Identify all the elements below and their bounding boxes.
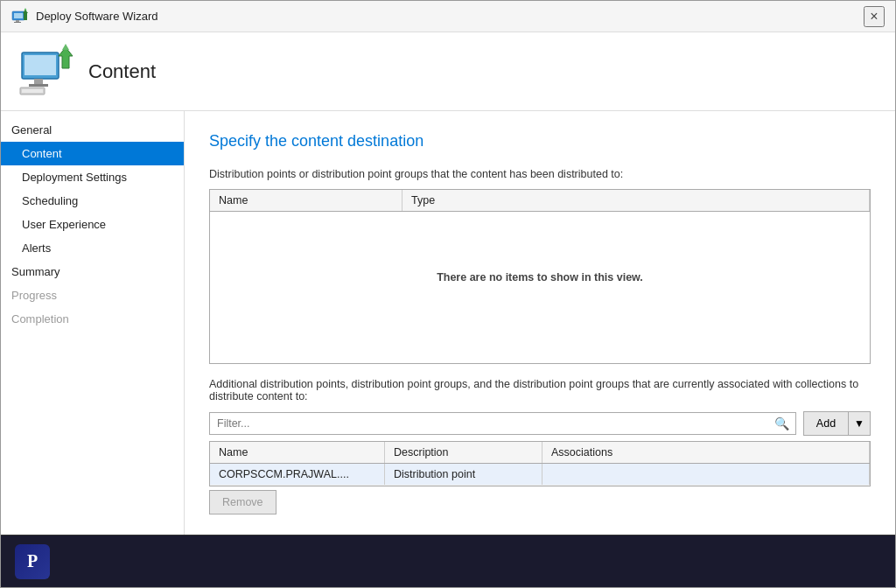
sidebar-item-progress: Progress bbox=[1, 284, 184, 307]
table2-row-associations bbox=[542, 464, 870, 485]
table2-col-associations: Associations bbox=[542, 442, 870, 463]
table2-header: Name Description Associations bbox=[210, 442, 870, 464]
sidebar-item-user-experience[interactable]: User Experience bbox=[1, 213, 184, 236]
sidebar-item-deployment-settings[interactable]: Deployment Settings bbox=[1, 165, 184, 189]
title-bar-left: Deploy Software Wizard bbox=[11, 8, 158, 25]
table2-col-description: Description bbox=[385, 442, 542, 463]
svg-rect-9 bbox=[29, 84, 48, 87]
title-bar: Deploy Software Wizard × bbox=[1, 1, 895, 32]
svg-rect-3 bbox=[14, 22, 21, 23]
section-title: Specify the content destination bbox=[209, 132, 871, 150]
svg-marker-13 bbox=[62, 44, 69, 50]
sidebar-item-scheduling[interactable]: Scheduling bbox=[1, 189, 184, 213]
svg-marker-12 bbox=[59, 47, 73, 68]
table2-row-name: CORPSCCM.PRAJWAL.... bbox=[210, 464, 385, 485]
header-title: Content bbox=[88, 60, 156, 83]
sidebar-item-general[interactable]: General bbox=[1, 118, 184, 142]
svg-rect-8 bbox=[34, 79, 43, 84]
add-dropdown-button[interactable]: ▼ bbox=[849, 411, 871, 436]
table-row[interactable]: CORPSCCM.PRAJWAL.... Distribution point bbox=[210, 464, 870, 486]
bottom-bar: P bbox=[1, 535, 895, 587]
table1-header: Name Type bbox=[210, 190, 870, 212]
main-content: Specify the content destination Distribu… bbox=[185, 111, 895, 535]
sidebar-item-completion: Completion bbox=[1, 307, 184, 331]
close-button[interactable]: × bbox=[864, 6, 885, 27]
additional-distribution-table: Name Description Associations CORPSCCM.P… bbox=[209, 441, 871, 486]
table1-col-name: Name bbox=[210, 190, 402, 211]
header-wizard-icon bbox=[18, 44, 74, 100]
distribution-points-table: Name Type There are no items to show in … bbox=[209, 189, 871, 364]
search-icon: 🔍 bbox=[774, 416, 789, 430]
sidebar: General Content Deployment Settings Sche… bbox=[1, 111, 185, 535]
header-area: Content bbox=[1, 32, 895, 111]
sidebar-item-alerts[interactable]: Alerts bbox=[1, 236, 184, 260]
wizard-title-icon bbox=[11, 8, 29, 25]
svg-rect-2 bbox=[16, 20, 19, 22]
description-text-2: Additional distribution points, distribu… bbox=[209, 378, 871, 402]
body: General Content Deployment Settings Sche… bbox=[1, 111, 895, 535]
svg-rect-1 bbox=[14, 13, 23, 18]
table1-empty-message: There are no items to show in this view. bbox=[210, 212, 870, 343]
svg-marker-5 bbox=[24, 8, 27, 10]
table1-col-type: Type bbox=[402, 190, 870, 211]
table2-row-description: Distribution point bbox=[385, 464, 542, 485]
svg-rect-11 bbox=[22, 89, 43, 93]
filter-input-wrap: 🔍 bbox=[209, 412, 796, 435]
window-title: Deploy Software Wizard bbox=[36, 10, 158, 23]
header-icon-wrap bbox=[18, 44, 74, 100]
table2-col-name: Name bbox=[210, 442, 385, 463]
remove-button[interactable]: Remove bbox=[209, 490, 276, 514]
prajwal-icon: P bbox=[15, 544, 50, 579]
main-window: Deploy Software Wizard × Content bbox=[0, 0, 896, 588]
add-button-group: Add ▼ bbox=[803, 411, 871, 436]
sidebar-item-content[interactable]: Content bbox=[1, 142, 184, 165]
sidebar-item-summary[interactable]: Summary bbox=[1, 260, 184, 284]
svg-rect-7 bbox=[24, 55, 56, 75]
add-button[interactable]: Add bbox=[803, 411, 849, 436]
description-text-1: Distribution points or distribution poin… bbox=[209, 168, 871, 180]
filter-input[interactable] bbox=[209, 412, 796, 435]
filter-row: 🔍 Add ▼ bbox=[209, 411, 871, 436]
